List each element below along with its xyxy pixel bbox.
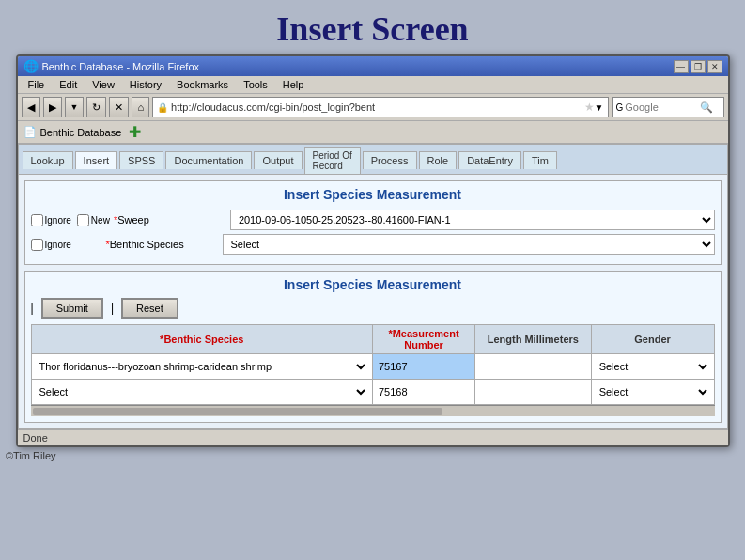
google-icon: G — [616, 102, 624, 113]
toolbar: ◀ ▶ ▼ ↻ ✕ ⌂ 🔒 http://cloudacus.com/cgi-b… — [18, 94, 728, 121]
gender-cell-1[interactable]: Select — [591, 354, 714, 380]
species-row: Ignore *Benthic Species Select — [31, 234, 715, 255]
home-button[interactable]: ⌂ — [132, 97, 149, 117]
browser-icon: 🌐 — [23, 59, 39, 73]
tab-process[interactable]: Process — [363, 151, 417, 169]
back-button[interactable]: ◀ — [22, 97, 40, 117]
url-bar[interactable]: 🔒 http://cloudacus.com/cgi-bin/post_logi… — [152, 97, 608, 117]
content-area: Lookup Insert SPSS Documentation Output … — [18, 144, 728, 445]
btn-bracket-right: | — [111, 302, 114, 315]
bookmark-star[interactable]: ★ — [584, 101, 595, 114]
url-icon: 🔒 — [157, 102, 168, 113]
menu-edit[interactable]: Edit — [56, 78, 80, 91]
dropdown-button[interactable]: ▼ — [65, 97, 85, 117]
ignore-checkbox-2[interactable] — [31, 239, 43, 251]
menu-view[interactable]: View — [89, 78, 117, 91]
species-select-2[interactable]: Select — [36, 381, 369, 402]
search-bar[interactable]: G 🔍 — [612, 97, 724, 117]
sweep-dropdown[interactable]: 2010-09-06-1050-25.20523--80.41600-FIAN-… — [230, 210, 715, 230]
col-gender-header: Gender — [591, 325, 714, 354]
form2-panel: Insert Species Measurement | Submit | Re… — [24, 271, 722, 423]
tab-role[interactable]: Role — [419, 151, 458, 169]
form1-panel: Insert Species Measurement Ignore New — [24, 180, 722, 265]
menu-history[interactable]: History — [127, 78, 164, 91]
search-input[interactable] — [625, 101, 700, 113]
url-text: http://cloudacus.com/cgi-bin/post_login?… — [171, 101, 584, 113]
tab-output[interactable]: Output — [254, 151, 302, 169]
tab-documentation[interactable]: Documentation — [165, 151, 252, 169]
length-cell-1[interactable] — [475, 354, 592, 380]
browser-window: 🌐 Benthic Database - Mozilla Firefox — ❐… — [16, 54, 730, 447]
forward-button[interactable]: ▶ — [43, 97, 62, 117]
measurement-input-1[interactable] — [377, 356, 471, 377]
tab-tim[interactable]: Tim — [523, 151, 557, 169]
gender-select-1[interactable]: Select — [596, 356, 710, 377]
restore-button[interactable]: ❐ — [691, 60, 706, 73]
tab-period-of-record[interactable]: Period OfRecord — [304, 147, 361, 174]
menu-bookmarks[interactable]: Bookmarks — [174, 78, 231, 91]
nav-tabs: Lookup Insert SPSS Documentation Output … — [19, 145, 727, 175]
status-bar: Done — [18, 429, 728, 445]
data-table: *Benthic Species *Measurement Number Len… — [31, 324, 715, 405]
submit-button[interactable]: Submit — [41, 298, 103, 319]
menu-bar: File Edit View History Bookmarks Tools H… — [18, 76, 728, 94]
length-cell-2[interactable] — [475, 380, 592, 405]
copyright: ©Tim Riley — [0, 447, 745, 464]
button-row: | Submit | Reset — [31, 298, 715, 319]
new-checkbox-1[interactable] — [77, 214, 89, 226]
species-select-1[interactable]: Thor floridanus---bryozoan shrimp-caride… — [36, 356, 369, 377]
minimize-button[interactable]: — — [674, 60, 689, 73]
gender-cell-2[interactable]: Select — [591, 380, 714, 405]
reload-button[interactable]: ↻ — [86, 97, 106, 117]
form2-title: Insert Species Measurement — [31, 277, 715, 292]
tab-lookup[interactable]: Lookup — [23, 151, 73, 169]
url-dropdown-button[interactable]: ▼ — [595, 102, 604, 113]
species-cell-2[interactable]: Select — [31, 380, 373, 405]
bookmarks-bar: 📄 Benthic Database ✚ — [18, 121, 728, 144]
close-button[interactable]: ✕ — [707, 60, 722, 73]
bookmark-page-icon: 📄 — [23, 126, 37, 138]
table-row: Thor floridanus---bryozoan shrimp-caride… — [31, 354, 714, 380]
col-length-header: Length Millimeters — [475, 325, 592, 354]
stop-button[interactable]: ✕ — [109, 97, 129, 117]
sweep-row: Ignore New *Sweep 2010-09-06-1050-25.205… — [31, 210, 715, 230]
title-bar: 🌐 Benthic Database - Mozilla Firefox — ❐… — [18, 56, 728, 76]
add-bookmark-button[interactable]: ✚ — [129, 123, 141, 141]
search-submit-icon[interactable]: 🔍 — [700, 101, 713, 114]
col-measurement-header: *Measurement Number — [373, 325, 475, 354]
measurement-cell-2[interactable] — [373, 380, 475, 405]
btn-bracket-left: | — [31, 302, 34, 315]
col-species-header: *Benthic Species — [31, 325, 373, 354]
sweep-label: *Sweep — [114, 214, 226, 226]
ignore-label-2: Ignore — [45, 240, 71, 250]
length-input-2[interactable] — [479, 381, 587, 402]
menu-help[interactable]: Help — [280, 78, 307, 91]
reset-button[interactable]: Reset — [121, 298, 178, 319]
new-label-1: New — [91, 215, 110, 226]
measurement-input-2[interactable] — [377, 381, 471, 402]
horizontal-scrollbar[interactable] — [31, 405, 715, 416]
ignore-checkbox-1[interactable] — [31, 214, 43, 226]
measurement-cell-1[interactable] — [373, 354, 475, 380]
browser-title: Benthic Database - Mozilla Firefox — [42, 61, 200, 72]
tab-dataentry[interactable]: DataEntry — [458, 151, 521, 169]
ignore-label-1: Ignore — [45, 215, 71, 226]
form1-title: Insert Species Measurement — [31, 187, 715, 202]
menu-file[interactable]: File — [25, 78, 48, 91]
length-input-1[interactable] — [479, 356, 587, 377]
species-cell-1[interactable]: Thor floridanus---bryozoan shrimp-caride… — [31, 354, 373, 380]
species-dropdown-1[interactable]: Select — [223, 234, 715, 255]
page-title: Insert Screen — [0, 0, 745, 54]
bookmark-label[interactable]: Benthic Database — [40, 127, 122, 138]
tab-spss[interactable]: SPSS — [119, 151, 163, 169]
menu-tools[interactable]: Tools — [241, 78, 271, 91]
table-row: Select Select — [31, 380, 714, 405]
tab-insert[interactable]: Insert — [75, 151, 118, 169]
gender-select-2[interactable]: Select — [596, 381, 710, 402]
species-label-1: *Benthic Species — [106, 239, 219, 250]
